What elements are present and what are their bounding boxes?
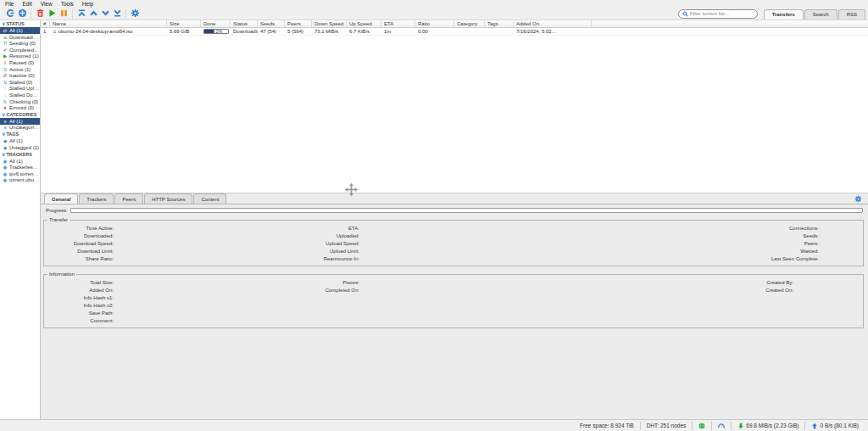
field-label-comment: Comment: — [44, 318, 114, 323]
all-icon: ⇄ — [3, 28, 8, 33]
cell-peers: 5 (594) — [285, 29, 312, 34]
sidebar-section-status[interactable]: ∨STATUS — [0, 20, 40, 27]
details-tabs: GeneralTrackersPeersHTTP SourcesContent — [41, 193, 868, 204]
view-tab-rss[interactable]: RSS — [838, 9, 865, 20]
column-header-blank[interactable]: # — [41, 20, 50, 27]
free-space: Free space: 8.924 TiB — [574, 422, 640, 430]
torrent-filter-box[interactable] — [678, 9, 758, 19]
move-top-button[interactable] — [75, 8, 87, 20]
sidebar-item-untagged-1[interactable]: ◆Untagged (1) — [0, 144, 40, 151]
sidebar-item-label: All (1) — [9, 159, 23, 164]
toolbar-buttons — [2, 8, 143, 20]
sidebar-item-seeding-0[interactable]: ⇈Seeding (0) — [0, 40, 40, 47]
sidebar-item-all-1[interactable]: ⇄All (1) — [0, 27, 40, 34]
details-tab-general[interactable]: General — [44, 193, 78, 204]
field-row: Time Active:ETA:Connections: — [44, 224, 863, 232]
sidebar-item-inactive-0[interactable]: ⇵Inactive (0) — [0, 72, 40, 79]
inactive-icon: ⇵ — [3, 73, 8, 78]
resume-button[interactable] — [46, 8, 58, 20]
field-label-share-ratio: Share Ratio: — [44, 256, 114, 261]
field-label-last-seen-complete: Last Seen Complete: — [359, 256, 863, 261]
column-header-status[interactable]: Status — [231, 20, 258, 27]
section-title: CATEGORIES — [6, 112, 36, 117]
sidebar-item-downloading-1[interactable]: ⇊Downloading (1) — [0, 34, 40, 41]
free-space-text: Free space: 8.924 TiB — [580, 423, 634, 428]
sidebar-item-all-1[interactable]: ◉All (1) — [0, 158, 40, 165]
details-pane: GeneralTrackersPeersHTTP SourcesContent … — [41, 193, 868, 419]
toolbar-group — [73, 9, 126, 19]
sidebar-item-errored-0[interactable]: ●Errored (0) — [0, 104, 40, 111]
details-tab-http-sources[interactable]: HTTP Sources — [144, 193, 192, 204]
chevron-down-icon: ∨ — [2, 132, 5, 137]
content-area: #NameSizeDoneStatusSeedsPeersDown SpeedU… — [41, 20, 868, 419]
sidebar-section-trackers[interactable]: ∨TRACKERS — [0, 151, 40, 158]
field-label-download-limit: Download Limit: — [44, 249, 114, 254]
move-bottom-button[interactable] — [111, 8, 123, 20]
stalled-up-icon: ↑ — [3, 86, 8, 91]
cell-down_speed: 73.1 MiB/s — [312, 29, 347, 34]
details-tab-peers[interactable]: Peers — [114, 193, 143, 204]
sidebar-item-label: Paused (0) — [9, 60, 34, 65]
table-row[interactable]: 1⇊ubuntu-24.04-desktop-amd64.iso5.69 GiB… — [41, 28, 868, 36]
sidebar-section-tags[interactable]: ∨TAGS — [0, 131, 40, 137]
column-header-size[interactable]: Size — [167, 20, 201, 27]
sidebar-item-label: Errored (0) — [9, 105, 34, 110]
field-row: Share Ratio:Reannounce In:Last Seen Comp… — [44, 255, 863, 262]
column-header-up-speed[interactable]: Up Speed — [347, 20, 381, 27]
column-header-seeds[interactable]: Seeds — [258, 20, 285, 27]
sidebar-item-all-1[interactable]: ≡All (1) — [0, 118, 40, 125]
sidebar-item-completed-0[interactable]: ✔Completed (0) — [0, 47, 40, 53]
column-header-category[interactable]: Category — [454, 20, 485, 27]
options-button[interactable] — [129, 8, 141, 20]
sidebar-item-label: Stalled Downlo... — [9, 92, 40, 98]
tracker-icon: ◉ — [3, 171, 8, 176]
connection-status[interactable] — [692, 422, 711, 430]
column-header-ratio[interactable]: Ratio — [415, 20, 454, 27]
add-torrent-file-button[interactable] — [16, 8, 28, 20]
sidebar-item-checking-0[interactable]: ↻Checking (0) — [0, 98, 40, 105]
status-bar: Free space: 8.924 TiB DHT: 251 nodes 69.… — [0, 419, 868, 431]
sidebar-item-all-1[interactable]: ◆All (1) — [0, 137, 40, 144]
add-torrent-link-button[interactable] — [4, 8, 16, 20]
sidebar-item-stalled-uploadi[interactable]: ↑Stalled Uploadi... — [0, 86, 40, 92]
sidebar-item-uncategorized-1[interactable]: ≡Uncategorized (1) — [0, 125, 40, 132]
speed-limits-toggle[interactable] — [711, 422, 731, 430]
column-header-peers[interactable]: Peers — [285, 20, 312, 27]
details-settings-icon[interactable] — [854, 195, 862, 203]
cell-added_on: 7/16/2024, 5:02... — [514, 29, 592, 34]
column-header-down-speed[interactable]: Down Speed — [312, 20, 347, 27]
progress-percent: 39.2% — [204, 30, 228, 33]
view-tab-transfers[interactable]: Transfers — [764, 9, 804, 20]
delete-button[interactable] — [34, 8, 46, 20]
cell-name: ⇊ubuntu-24.04-desktop-amd64.iso — [50, 29, 167, 34]
view-tab-search[interactable]: Search — [804, 9, 837, 20]
sidebar-item-torrent-ubuntu[interactable]: ◉torrent.ubuntu... — [0, 177, 40, 184]
sidebar-item-active-1[interactable]: ⇅Active (1) — [0, 66, 40, 73]
sidebar-item-paused-0[interactable]: ‖Paused (0) — [0, 59, 40, 66]
transfer-legend: Transfer — [47, 217, 70, 222]
sidebar-item-stalled-downlo[interactable]: ↓Stalled Downlo... — [0, 92, 40, 98]
sidebar-item-stalled-0[interactable]: ⇅Stalled (0) — [0, 79, 40, 86]
sidebar-item-label: Completed (0) — [9, 48, 40, 53]
column-header-eta[interactable]: ETA — [381, 20, 415, 27]
pause-button[interactable] — [58, 8, 70, 20]
sidebar-item-ipv6-torrent-ubu[interactable]: ◉ipv6.torrent.ubu... — [0, 171, 40, 177]
information-legend: Information — [47, 271, 76, 277]
column-header-added-on[interactable]: Added On — [514, 20, 592, 27]
sidebar-section-categories[interactable]: ∨CATEGORIES — [0, 111, 40, 118]
field-label-time-active: Time Active: — [44, 226, 114, 231]
column-header-name[interactable]: Name — [50, 20, 167, 27]
move-down-button[interactable] — [99, 8, 111, 20]
sidebar-item-trackerless-0[interactable]: ◉Trackerless (0) — [0, 164, 40, 171]
options-icon — [131, 6, 140, 21]
details-tab-trackers[interactable]: Trackers — [79, 193, 114, 204]
move-up-button[interactable] — [87, 8, 99, 20]
details-tab-content[interactable]: Content — [193, 193, 226, 204]
progress-label: Progress: — [46, 208, 68, 213]
field-label-connections: Connections: — [359, 226, 863, 231]
sidebar-item-resumed-1[interactable]: ▶Resumed (1) — [0, 53, 40, 60]
column-header-done[interactable]: Done — [201, 20, 231, 27]
upload-speed-text: 0 B/s (80.1 KiB) — [820, 423, 859, 428]
filter-input[interactable] — [690, 11, 754, 16]
column-header-tags[interactable]: Tags — [485, 20, 514, 27]
